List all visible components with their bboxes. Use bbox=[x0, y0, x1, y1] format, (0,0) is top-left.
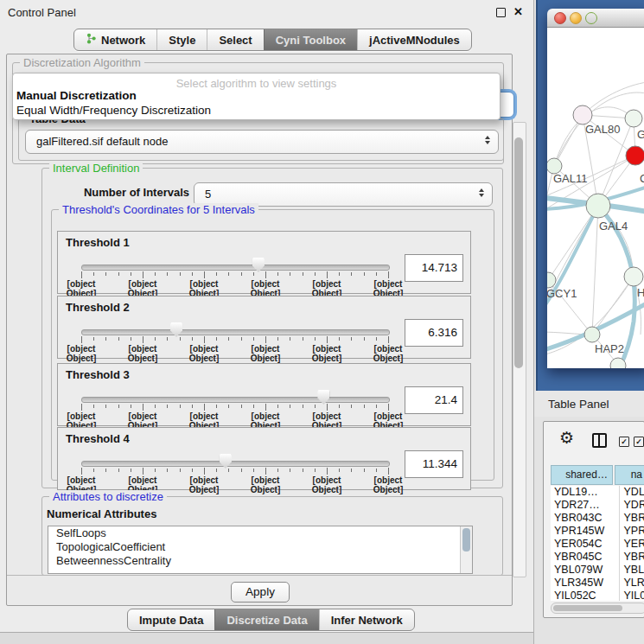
network-node[interactable] bbox=[547, 272, 556, 288]
gear-icon[interactable]: ⚙ bbox=[559, 430, 574, 446]
table-cell[interactable]: YER054C bbox=[551, 538, 620, 551]
thresholds-group: Threshold's Coordinates for 5 Intervals … bbox=[51, 209, 494, 481]
spinner-arrows-icon[interactable] bbox=[479, 188, 484, 197]
table-cell[interactable]: YDR27… bbox=[551, 499, 620, 512]
threshold-value-input[interactable]: 21.4 bbox=[405, 386, 463, 414]
group-title: Interval Definition bbox=[49, 162, 143, 175]
dropdown-hint: Select algorithm to view settings bbox=[13, 77, 500, 90]
table-cell[interactable]: YDR2 bbox=[620, 499, 644, 512]
scrollbar-thumb[interactable] bbox=[553, 605, 622, 611]
attributes-list[interactable]: SelfLoops TopologicalCoefficient Between… bbox=[48, 526, 473, 574]
table-row[interactable]: YIL052C YIL0 bbox=[551, 590, 644, 601]
control-panel-window: Control Panel ✕ Network Style bbox=[0, 0, 534, 644]
slider-track[interactable] bbox=[81, 397, 390, 403]
columns-icon[interactable] bbox=[592, 433, 607, 448]
table-row[interactable]: YLR345W YLR3 bbox=[551, 577, 644, 590]
zoom-traffic-light[interactable] bbox=[585, 12, 597, 24]
threshold-value-input[interactable]: 6.316 bbox=[405, 319, 463, 347]
close-icon[interactable]: ✕ bbox=[513, 5, 523, 18]
top-tab[interactable]: Cyni Toolbox bbox=[264, 29, 357, 50]
column-header[interactable]: na bbox=[615, 465, 644, 485]
network-node[interactable] bbox=[584, 327, 600, 342]
slider-ticks bbox=[81, 336, 389, 344]
top-tab[interactable]: Style bbox=[156, 29, 207, 50]
bottom-tab-label: Impute Data bbox=[139, 614, 203, 627]
slider-scale-label: [object Object] bbox=[303, 344, 351, 363]
slider-scale-label: [object Object] bbox=[57, 344, 105, 363]
attribute-list-item[interactable]: SelfLoops bbox=[48, 526, 472, 540]
network-node-label: H bbox=[637, 286, 644, 299]
table-panel: ⚙ ✓ ✓ shared… na YDL19… YDL1 YDR27… YDR2 bbox=[543, 421, 644, 618]
network-node[interactable] bbox=[624, 267, 643, 286]
table-row[interactable]: YBL079W YBL0 bbox=[551, 564, 644, 577]
table-row[interactable]: YPR145W YPR1 bbox=[551, 525, 644, 538]
bottom-tab-label: Infer Network bbox=[331, 614, 403, 627]
network-node[interactable] bbox=[625, 110, 642, 127]
table-row[interactable]: YDL19… YDL1 bbox=[551, 486, 644, 499]
dropdown-item[interactable]: Manual Discretization bbox=[16, 89, 496, 102]
close-traffic-light[interactable] bbox=[554, 12, 566, 24]
bottom-tab[interactable]: Discretize Data bbox=[214, 609, 318, 630]
table-cell[interactable]: YBR0 bbox=[620, 551, 644, 564]
dropdown-item[interactable]: Equal Width/Frequency Discretization bbox=[16, 104, 496, 117]
panel-title: Control Panel bbox=[8, 6, 76, 19]
scrollbar-thumb[interactable] bbox=[462, 528, 470, 552]
table-horizontal-scrollbar[interactable] bbox=[551, 603, 644, 614]
slider-track[interactable] bbox=[81, 461, 390, 467]
group-title: Threshold's Coordinates for 5 Intervals bbox=[59, 203, 258, 216]
table-row[interactable]: YBR045C YBR0 bbox=[551, 551, 644, 564]
table-panel-title: Table Panel bbox=[548, 398, 609, 411]
slider-track[interactable] bbox=[81, 329, 390, 335]
network-canvas[interactable]: GAL80GACGAL11GAL4GCY1HHAP2 bbox=[547, 28, 644, 368]
apply-button[interactable]: Apply bbox=[231, 582, 290, 603]
threshold-value-input[interactable]: 11.344 bbox=[405, 450, 463, 478]
number-of-intervals-label: Number of Intervals bbox=[60, 186, 189, 199]
network-node[interactable] bbox=[573, 105, 592, 124]
table-cell[interactable]: YDL1 bbox=[620, 486, 644, 499]
table-row[interactable]: YER054C YER0 bbox=[551, 538, 644, 551]
bottom-tab[interactable]: Infer Network bbox=[319, 609, 414, 630]
table-cell[interactable]: YBR043C bbox=[551, 512, 620, 525]
network-node[interactable] bbox=[586, 194, 610, 218]
table-cell[interactable]: YIL0 bbox=[620, 590, 644, 601]
scrollbar-thumb[interactable] bbox=[514, 137, 523, 368]
table-cell[interactable]: YPR1 bbox=[620, 525, 644, 538]
top-tab[interactable]: Network bbox=[74, 29, 156, 50]
checkbox-icon[interactable]: ✓ bbox=[634, 437, 644, 447]
network-node-label: GCY1 bbox=[547, 287, 577, 300]
table-cell[interactable]: YIL052C bbox=[551, 590, 620, 601]
threshold-panel: Threshold 1 [object Object][object Objec… bbox=[57, 231, 471, 294]
table-cell[interactable]: YLR345W bbox=[551, 577, 620, 590]
threshold-value-input[interactable]: 14.713 bbox=[405, 254, 463, 282]
network-node[interactable] bbox=[626, 146, 644, 165]
table-cell[interactable]: YBL079W bbox=[551, 564, 620, 577]
table-cell[interactable]: YBL0 bbox=[620, 564, 644, 577]
table-cell[interactable]: YLR3 bbox=[620, 577, 644, 590]
slider-track[interactable] bbox=[81, 265, 390, 271]
table-cell[interactable]: YER0 bbox=[620, 538, 644, 551]
table-cell[interactable]: YBR0 bbox=[620, 512, 644, 525]
table-row[interactable]: YDR27… YDR2 bbox=[551, 499, 644, 512]
slider-scale-label: [object Object] bbox=[364, 475, 412, 494]
checkbox-icon[interactable]: ✓ bbox=[619, 437, 629, 447]
list-scrollbar[interactable] bbox=[460, 526, 472, 573]
interval-definition-group: Interval Definition Number of Intervals … bbox=[41, 168, 503, 488]
control-panel-titlebar: Control Panel ✕ bbox=[0, 0, 533, 24]
table-cell[interactable]: YPR145W bbox=[551, 525, 620, 538]
top-tab-label: Select bbox=[219, 34, 252, 47]
table-cell[interactable]: YBR045C bbox=[551, 551, 620, 564]
column-header[interactable]: shared… bbox=[551, 465, 613, 485]
attribute-list-item[interactable]: TopologicalCoefficient bbox=[48, 540, 472, 554]
slider-scale-label: [object Object] bbox=[241, 344, 290, 363]
panel-vertical-scrollbar[interactable] bbox=[513, 122, 526, 577]
top-tab[interactable]: jActiveMNodules bbox=[357, 29, 471, 50]
attribute-list-item[interactable]: BetweennessCentrality bbox=[48, 554, 472, 568]
minimize-traffic-light[interactable] bbox=[570, 12, 582, 24]
float-icon[interactable] bbox=[496, 8, 506, 17]
table-row[interactable]: YBR043C YBR0 bbox=[551, 512, 644, 525]
top-tab[interactable]: Select bbox=[207, 29, 263, 50]
bottom-tab[interactable]: Impute Data bbox=[128, 609, 214, 630]
table-data-combobox[interactable]: galFiltered.sif default node bbox=[25, 130, 499, 154]
network-node-label: C bbox=[640, 172, 644, 185]
table-cell[interactable]: YDL19… bbox=[551, 486, 620, 499]
